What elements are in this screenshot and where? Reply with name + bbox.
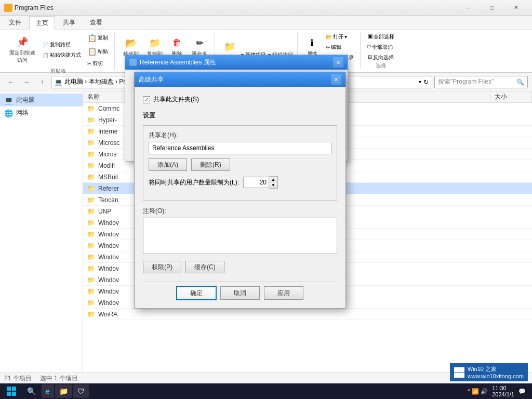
rename-icon: ✏ bbox=[193, 37, 206, 49]
edit-icon: ✏ bbox=[326, 45, 330, 50]
paste-shortcut-icon: 📋 bbox=[43, 52, 49, 58]
ribbon-tab-home[interactable]: 主页 bbox=[29, 16, 55, 30]
paste-label: 粘贴 bbox=[98, 48, 108, 55]
spin-down-button[interactable]: ▼ bbox=[269, 182, 277, 188]
paste-shortcut-button[interactable]: 📋 粘贴快捷方式 bbox=[41, 50, 83, 60]
adv-cancel-button[interactable]: 取消 bbox=[220, 286, 260, 300]
taskbar-right: ^ 📶 🔊 11:302024/1/1 💬 bbox=[468, 385, 530, 397]
ribbon-tab-share[interactable]: 共享 bbox=[56, 16, 82, 30]
share-checkbox-row: 共享此文件夹(S) bbox=[143, 95, 337, 104]
security-taskbar-app[interactable]: 🛡 bbox=[73, 384, 89, 398]
pin-button[interactable]: 📌 固定到快速访问 bbox=[6, 34, 38, 66]
scissors-icon: ✂ bbox=[87, 61, 91, 66]
copy-to-icon: 📁 bbox=[149, 37, 161, 49]
copy-button[interactable]: 📋 复制 bbox=[85, 32, 110, 44]
select-none-button[interactable]: □ 全部取消 bbox=[366, 43, 395, 52]
advanced-sharing-dialog: 高级共享 × 共享此文件夹(S) 设置 共享名(H): 添加(A) 删除(R) … bbox=[134, 72, 346, 309]
address-dropdown-button[interactable]: ▾ bbox=[419, 79, 421, 85]
size-column-header[interactable]: 大小 bbox=[490, 91, 532, 102]
search-box[interactable]: 搜索"Program Files" 🔍 bbox=[434, 76, 528, 88]
watermark-line2: www.win10xitong.com bbox=[468, 373, 524, 379]
explorer-window: Program Files ─ □ ✕ 文件 主页 共享 查看 📌 固定到快速访… bbox=[0, 0, 532, 399]
permissions-button[interactable]: 权限(P) bbox=[143, 261, 181, 273]
copy-path-icon: 📄 bbox=[43, 42, 49, 48]
sidebar-item-network-label: 网络 bbox=[16, 109, 29, 117]
adv-ok-button[interactable]: 确定 bbox=[177, 286, 216, 300]
settings-box: 共享名(H): 添加(A) 删除(R) 将同时共享的用户数量限制为(L): ▲ … bbox=[143, 125, 337, 201]
comment-textarea[interactable] bbox=[143, 218, 337, 254]
folder-icon-windov7: 📁 bbox=[87, 288, 95, 295]
share-name-input[interactable] bbox=[149, 142, 331, 154]
add-button[interactable]: 添加(A) bbox=[149, 158, 187, 171]
explorer-taskbar-app[interactable]: 📁 bbox=[55, 384, 72, 398]
folder-icon-windov2: 📁 bbox=[87, 231, 95, 238]
settings-section-label: 设置 bbox=[143, 111, 337, 120]
edit-button[interactable]: ✏ 编辑 bbox=[324, 43, 356, 52]
ribbon-tab-file[interactable]: 文件 bbox=[2, 16, 28, 30]
limit-label: 将同时共享的用户数量限制为(L): bbox=[149, 178, 239, 187]
close-button[interactable]: ✕ bbox=[504, 0, 528, 16]
folder-icon-commc: 📁 bbox=[87, 105, 95, 112]
start-button[interactable] bbox=[2, 384, 21, 398]
folder-icon-hyper: 📁 bbox=[87, 116, 95, 124]
folder-icon bbox=[4, 4, 12, 12]
forward-button[interactable]: → bbox=[20, 75, 33, 89]
invert-select-button[interactable]: ⊟ 反向选择 bbox=[366, 53, 396, 62]
sidebar-item-thispc[interactable]: 💻 此电脑 bbox=[0, 94, 83, 107]
ribbon-group-clipboard: 📌 固定到快速访问 📄 复制路径 📋 粘贴快捷方式 📋 复制 bbox=[2, 32, 115, 70]
select-all-button[interactable]: ▣ 全部选择 bbox=[366, 32, 396, 42]
adv-apply-button[interactable]: 应用 bbox=[264, 286, 303, 300]
taskbar-time: 11:302024/1/1 bbox=[492, 385, 514, 397]
up-button[interactable]: ↑ bbox=[35, 75, 49, 89]
folder-icon-windov8: 📁 bbox=[87, 299, 95, 307]
select-label: 选择 bbox=[366, 62, 396, 71]
paste-button[interactable]: 📋 粘贴 bbox=[85, 46, 110, 57]
cache-button[interactable]: 缓存(C) bbox=[185, 261, 224, 273]
limit-input[interactable] bbox=[243, 177, 269, 188]
list-item[interactable]: 📁 WinRA bbox=[83, 309, 532, 320]
share-name-label: 共享名(H): bbox=[149, 131, 331, 140]
ribbon-group-select: ▣ 全部选择 □ 全部取消 ⊟ 反向选择 选择 bbox=[362, 32, 401, 70]
adv-title-bar: 高级共享 × bbox=[135, 72, 345, 87]
search-placeholder: 搜索"Program Files" bbox=[438, 77, 494, 86]
minimize-button[interactable]: ─ bbox=[456, 0, 480, 16]
copy-label: 复制 bbox=[98, 34, 108, 42]
limit-spinbox[interactable]: ▲ ▼ bbox=[243, 176, 278, 189]
folder-icon-unp: 📁 bbox=[87, 208, 95, 215]
adv-title-text: 高级共享 bbox=[139, 75, 164, 84]
clipboard-label: 剪贴板 bbox=[6, 68, 110, 76]
folder-icon-windov6: 📁 bbox=[87, 276, 95, 284]
copy-path-button[interactable]: 📄 复制路径 bbox=[41, 40, 83, 49]
pc-icon: 💻 bbox=[55, 78, 62, 86]
title-bar: Program Files ─ □ ✕ bbox=[0, 0, 532, 16]
remove-button[interactable]: 删除(R) bbox=[191, 158, 230, 171]
delete-icon: 🗑 bbox=[171, 37, 183, 49]
file-name-winra: WinRA bbox=[98, 311, 528, 318]
title-bar-left: Program Files bbox=[4, 4, 54, 12]
move-icon: 📂 bbox=[125, 37, 137, 49]
open-button[interactable]: 📂 打开 ▾ bbox=[324, 32, 356, 42]
clipboard-buttons: 📌 固定到快速访问 📄 复制路径 📋 粘贴快捷方式 📋 复制 bbox=[6, 32, 110, 68]
svg-rect-0 bbox=[7, 387, 11, 391]
sidebar-item-network[interactable]: 🌐 网络 bbox=[0, 107, 83, 119]
folder-icon-windov3: 📁 bbox=[87, 242, 95, 249]
props-close-button[interactable]: × bbox=[333, 57, 343, 68]
adv-close-button[interactable]: × bbox=[331, 74, 341, 85]
folder-icon-winra: 📁 bbox=[87, 311, 95, 318]
ribbon-tab-view[interactable]: 查看 bbox=[83, 16, 109, 30]
folder-icon-msbuild: 📁 bbox=[87, 174, 95, 181]
edge-taskbar-app[interactable]: e bbox=[42, 384, 54, 398]
paste-icon: 📋 bbox=[87, 47, 97, 56]
cut-button[interactable]: ✂ 剪切 bbox=[85, 59, 110, 68]
share-checkbox[interactable] bbox=[143, 96, 150, 103]
win-logo-quad-bl bbox=[454, 373, 459, 378]
search-taskbar-button[interactable]: 🔍 bbox=[22, 384, 41, 398]
pin-icon: 📌 bbox=[16, 36, 29, 48]
item-count: 21 个项目 bbox=[4, 374, 32, 383]
maximize-button[interactable]: □ bbox=[480, 0, 504, 16]
refresh-button[interactable]: ↻ bbox=[423, 78, 429, 86]
back-button[interactable]: ← bbox=[4, 75, 18, 89]
props-title-bar: Reference Assemblies 属性 × bbox=[125, 55, 348, 70]
notification-icon: 💬 bbox=[518, 388, 526, 395]
spin-up-button[interactable]: ▲ bbox=[269, 177, 277, 182]
